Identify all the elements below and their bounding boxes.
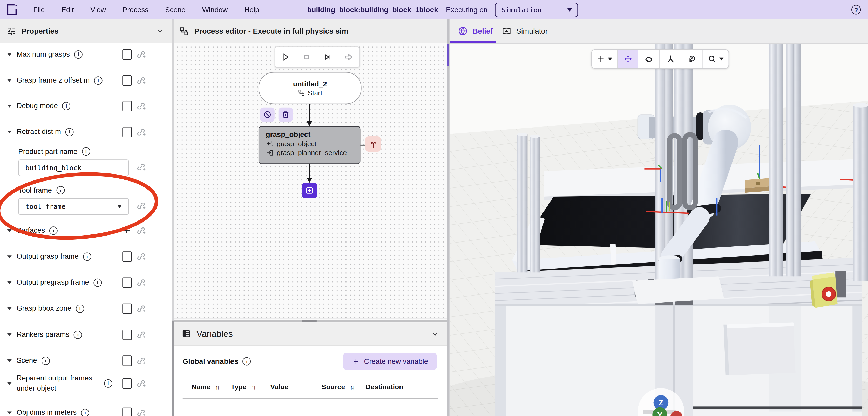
expand-caret-icon[interactable] (7, 280, 13, 285)
link-add-icon[interactable] (136, 330, 146, 340)
info-icon[interactable] (243, 357, 251, 366)
app-logo-icon[interactable] (5, 3, 19, 17)
info-icon[interactable] (93, 278, 102, 287)
menu-process[interactable]: Process (123, 5, 149, 14)
menu-file[interactable]: File (33, 5, 45, 14)
link-add-icon[interactable] (136, 127, 146, 137)
expand-caret-icon[interactable] (7, 332, 13, 337)
create-new-variable-button[interactable]: Create new variable (343, 353, 437, 370)
move-tool-button[interactable] (618, 50, 638, 68)
link-add-icon[interactable] (136, 408, 146, 416)
product-part-name-input[interactable]: building_block (18, 159, 129, 176)
grasp-bbox-zone-checkbox[interactable] (122, 303, 132, 314)
link-add-icon[interactable] (136, 304, 146, 314)
link-add-icon[interactable] (136, 252, 146, 262)
col-destination[interactable]: Destination (366, 383, 403, 391)
debug-mode-checkbox[interactable] (122, 101, 132, 111)
flow-canvas[interactable]: untitled_2 Start grasp_object grasp_obje… (174, 42, 447, 318)
expand-caret-icon[interactable] (7, 306, 13, 311)
info-icon[interactable] (83, 252, 91, 261)
link-add-icon[interactable] (136, 101, 146, 111)
sort-icon[interactable]: ↑↓ (251, 384, 255, 390)
link-add-icon[interactable] (136, 162, 146, 172)
tab-belief[interactable]: Belief (458, 20, 493, 43)
info-icon[interactable] (62, 101, 71, 110)
reparent-output-frames-checkbox[interactable] (122, 378, 132, 389)
add-surface-icon[interactable] (122, 226, 132, 235)
panel-splitter[interactable] (172, 20, 174, 416)
info-icon[interactable] (82, 147, 90, 155)
add-object-button[interactable] (592, 50, 617, 68)
menu-window[interactable]: Window (202, 5, 228, 14)
scrollbar-thumb[interactable] (447, 44, 449, 66)
info-icon[interactable] (81, 409, 89, 416)
col-type[interactable]: Type (231, 383, 246, 391)
info-icon[interactable] (56, 186, 65, 195)
expand-caret-icon[interactable] (7, 78, 13, 83)
info-icon[interactable] (76, 304, 84, 313)
scrollbar-thumb[interactable] (172, 321, 174, 416)
grasp-frame-z-offset-checkbox[interactable] (122, 75, 132, 86)
rotate-tool-button[interactable] (638, 50, 659, 68)
delete-node-button[interactable] (279, 108, 293, 122)
collapse-chevron-icon[interactable] (156, 27, 164, 35)
play-icon[interactable] (281, 52, 290, 62)
expand-caret-icon[interactable] (7, 129, 13, 135)
link-add-icon[interactable] (136, 278, 146, 288)
menu-help[interactable]: Help (244, 5, 259, 14)
stop-icon[interactable] (302, 52, 311, 62)
expand-caret-icon[interactable] (7, 254, 13, 259)
link-add-icon[interactable] (136, 379, 146, 389)
rankers-params-checkbox[interactable] (122, 329, 132, 340)
expand-caret-icon[interactable] (7, 380, 13, 386)
sort-icon[interactable]: ↑↓ (215, 384, 219, 390)
info-icon[interactable] (65, 128, 74, 136)
menu-edit[interactable]: Edit (62, 5, 74, 14)
retract-dist-checkbox[interactable] (122, 127, 132, 137)
link-add-icon[interactable] (136, 201, 146, 211)
link-add-icon[interactable] (136, 356, 146, 366)
properties-header[interactable]: Properties (0, 20, 172, 43)
info-icon[interactable] (74, 330, 82, 338)
menu-scene[interactable]: Scene (165, 5, 186, 14)
skip-icon[interactable] (344, 52, 353, 62)
sort-icon[interactable]: ↑↓ (350, 384, 353, 390)
info-icon[interactable] (49, 226, 58, 235)
expand-caret-icon[interactable] (7, 358, 13, 363)
expand-caret-icon[interactable] (7, 410, 13, 415)
expand-caret-icon[interactable] (7, 52, 13, 57)
scene-checkbox[interactable] (122, 356, 132, 366)
zoom-tool-button[interactable] (703, 50, 728, 68)
output-pregrasp-frame-checkbox[interactable] (122, 277, 132, 288)
expand-caret-icon[interactable] (7, 228, 13, 233)
help-icon[interactable]: ? (851, 5, 861, 14)
link-add-icon[interactable] (136, 226, 146, 236)
disable-node-button[interactable] (260, 108, 274, 122)
scrollbar-thumb[interactable] (302, 320, 316, 323)
info-icon[interactable] (104, 379, 113, 387)
col-value[interactable]: Value (270, 383, 288, 391)
belief-3d-viewport[interactable]: Z Y (449, 21, 868, 416)
link-add-icon[interactable] (136, 50, 146, 60)
tab-simulator[interactable]: Simulator (501, 20, 548, 43)
frame-tool-button[interactable] (659, 50, 681, 68)
info-icon[interactable] (94, 76, 102, 84)
collapse-chevron-icon[interactable] (431, 330, 439, 338)
tool-frame-select[interactable]: tool_frame (18, 198, 129, 215)
expand-caret-icon[interactable] (7, 103, 13, 109)
max-num-grasps-checkbox[interactable] (122, 49, 132, 60)
start-node[interactable]: untitled_2 Start (258, 72, 362, 104)
panel-splitter[interactable] (447, 20, 449, 416)
link-add-icon[interactable] (136, 76, 146, 86)
grasp-object-node[interactable]: grasp_object grasp_object grasp_planner_… (258, 126, 360, 164)
output-grasp-frame-checkbox[interactable] (122, 251, 132, 262)
info-icon[interactable] (41, 356, 50, 364)
col-source[interactable]: Source (321, 383, 345, 391)
add-step-node[interactable] (302, 183, 317, 198)
branch-button[interactable] (366, 136, 381, 152)
info-icon[interactable] (74, 50, 83, 58)
obj-dims-checkbox[interactable] (122, 408, 132, 416)
variables-header[interactable]: Variables (174, 322, 447, 346)
step-icon[interactable] (323, 52, 333, 62)
execution-target-select[interactable]: Simulation (495, 3, 578, 17)
